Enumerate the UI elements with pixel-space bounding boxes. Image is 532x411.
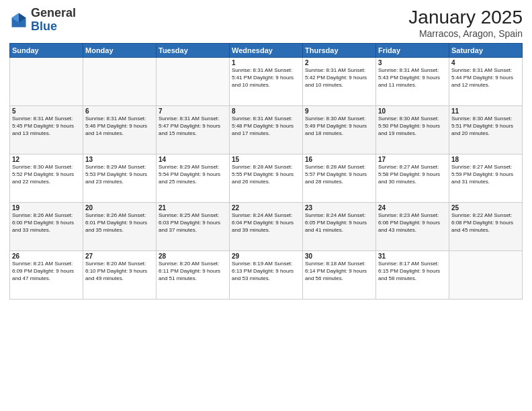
day-number: 16 bbox=[305, 156, 373, 163]
day-content: Sunrise: 8:24 AM Sunset: 6:04 PM Dayligh… bbox=[232, 212, 300, 234]
calendar-cell: 18Sunrise: 8:27 AM Sunset: 5:59 PM Dayli… bbox=[449, 154, 523, 203]
day-number: 8 bbox=[232, 107, 300, 115]
week-row-0: 1Sunrise: 8:31 AM Sunset: 5:41 PM Daylig… bbox=[10, 58, 523, 106]
calendar-cell: 29Sunrise: 8:19 AM Sunset: 6:13 PM Dayli… bbox=[230, 251, 303, 300]
weekday-header-tuesday: Tuesday bbox=[157, 44, 230, 58]
calendar-cell: 1Sunrise: 8:31 AM Sunset: 5:41 PM Daylig… bbox=[230, 58, 303, 106]
day-content: Sunrise: 8:21 AM Sunset: 6:09 PM Dayligh… bbox=[12, 261, 81, 282]
day-number: 3 bbox=[378, 59, 447, 66]
day-number: 18 bbox=[451, 156, 520, 163]
calendar-cell: 24Sunrise: 8:23 AM Sunset: 6:06 PM Dayli… bbox=[376, 203, 449, 251]
day-number: 31 bbox=[378, 253, 447, 260]
calendar-cell bbox=[157, 58, 230, 106]
day-content: Sunrise: 8:20 AM Sunset: 6:10 PM Dayligh… bbox=[85, 261, 154, 282]
day-number: 22 bbox=[232, 204, 300, 212]
day-content: Sunrise: 8:31 AM Sunset: 5:46 PM Dayligh… bbox=[85, 116, 154, 137]
day-content: Sunrise: 8:31 AM Sunset: 5:43 PM Dayligh… bbox=[378, 67, 447, 89]
logo-icon bbox=[9, 11, 28, 30]
day-content: Sunrise: 8:31 AM Sunset: 5:41 PM Dayligh… bbox=[232, 67, 300, 89]
calendar-cell: 22Sunrise: 8:24 AM Sunset: 6:04 PM Dayli… bbox=[230, 203, 303, 251]
calendar-cell: 21Sunrise: 8:25 AM Sunset: 6:03 PM Dayli… bbox=[157, 203, 230, 251]
day-number: 21 bbox=[159, 204, 227, 212]
weekday-header-friday: Friday bbox=[376, 44, 449, 58]
day-number: 6 bbox=[85, 107, 154, 115]
calendar-cell: 5Sunrise: 8:31 AM Sunset: 5:45 PM Daylig… bbox=[10, 106, 83, 154]
calendar-cell: 13Sunrise: 8:29 AM Sunset: 5:53 PM Dayli… bbox=[83, 154, 157, 203]
day-number: 24 bbox=[378, 204, 447, 212]
day-number: 23 bbox=[305, 204, 373, 212]
calendar-cell: 27Sunrise: 8:20 AM Sunset: 6:10 PM Dayli… bbox=[83, 251, 157, 300]
week-row-4: 26Sunrise: 8:21 AM Sunset: 6:09 PM Dayli… bbox=[10, 251, 523, 300]
calendar-cell: 25Sunrise: 8:22 AM Sunset: 6:08 PM Dayli… bbox=[449, 203, 523, 251]
week-row-1: 5Sunrise: 8:31 AM Sunset: 5:45 PM Daylig… bbox=[10, 106, 523, 154]
weekday-header-saturday: Saturday bbox=[449, 44, 523, 58]
week-row-3: 19Sunrise: 8:26 AM Sunset: 6:00 PM Dayli… bbox=[10, 203, 523, 251]
day-number: 10 bbox=[378, 107, 447, 115]
calendar-cell bbox=[10, 58, 83, 106]
title-block: January 2025 Marracos, Aragon, Spain bbox=[408, 7, 523, 39]
calendar-cell: 28Sunrise: 8:20 AM Sunset: 6:11 PM Dayli… bbox=[157, 251, 230, 300]
day-number: 7 bbox=[159, 107, 227, 115]
day-number: 1 bbox=[232, 59, 300, 66]
day-content: Sunrise: 8:31 AM Sunset: 5:42 PM Dayligh… bbox=[305, 67, 373, 89]
day-content: Sunrise: 8:31 AM Sunset: 5:44 PM Dayligh… bbox=[451, 67, 520, 89]
calendar-cell: 4Sunrise: 8:31 AM Sunset: 5:44 PM Daylig… bbox=[449, 58, 523, 106]
calendar-cell: 16Sunrise: 8:28 AM Sunset: 5:57 PM Dayli… bbox=[303, 154, 376, 203]
calendar-cell: 15Sunrise: 8:28 AM Sunset: 5:55 PM Dayli… bbox=[230, 154, 303, 203]
day-number: 29 bbox=[232, 253, 300, 260]
calendar-cell bbox=[83, 58, 157, 106]
calendar-cell: 3Sunrise: 8:31 AM Sunset: 5:43 PM Daylig… bbox=[376, 58, 449, 106]
day-number: 30 bbox=[305, 253, 373, 260]
day-content: Sunrise: 8:30 AM Sunset: 5:52 PM Dayligh… bbox=[12, 164, 81, 185]
day-number: 26 bbox=[12, 253, 81, 260]
calendar-cell: 23Sunrise: 8:24 AM Sunset: 6:05 PM Dayli… bbox=[303, 203, 376, 251]
day-content: Sunrise: 8:31 AM Sunset: 5:47 PM Dayligh… bbox=[159, 116, 227, 137]
day-content: Sunrise: 8:30 AM Sunset: 5:50 PM Dayligh… bbox=[378, 116, 447, 137]
weekday-header-sunday: Sunday bbox=[10, 44, 83, 58]
day-number: 5 bbox=[12, 107, 81, 115]
location: Marracos, Aragon, Spain bbox=[408, 28, 523, 39]
calendar-cell: 19Sunrise: 8:26 AM Sunset: 6:00 PM Dayli… bbox=[10, 203, 83, 251]
day-content: Sunrise: 8:25 AM Sunset: 6:03 PM Dayligh… bbox=[159, 212, 227, 234]
day-number: 14 bbox=[159, 156, 227, 163]
logo-general-text: General bbox=[31, 6, 76, 19]
calendar-cell: 17Sunrise: 8:27 AM Sunset: 5:58 PM Dayli… bbox=[376, 154, 449, 203]
day-number: 11 bbox=[451, 107, 520, 115]
day-number: 15 bbox=[232, 156, 300, 163]
calendar-cell: 20Sunrise: 8:26 AM Sunset: 6:01 PM Dayli… bbox=[83, 203, 157, 251]
weekday-header-wednesday: Wednesday bbox=[230, 44, 303, 58]
day-number: 4 bbox=[451, 59, 520, 66]
day-content: Sunrise: 8:28 AM Sunset: 5:55 PM Dayligh… bbox=[232, 164, 300, 185]
day-content: Sunrise: 8:18 AM Sunset: 6:14 PM Dayligh… bbox=[305, 261, 373, 282]
month-year: January 2025 bbox=[408, 7, 523, 28]
day-number: 2 bbox=[305, 59, 373, 66]
day-number: 17 bbox=[378, 156, 447, 163]
day-content: Sunrise: 8:27 AM Sunset: 5:59 PM Dayligh… bbox=[451, 164, 520, 185]
day-number: 27 bbox=[85, 253, 154, 260]
day-content: Sunrise: 8:31 AM Sunset: 5:48 PM Dayligh… bbox=[232, 116, 300, 137]
weekday-header-monday: Monday bbox=[83, 44, 157, 58]
calendar-table: SundayMondayTuesdayWednesdayThursdayFrid… bbox=[9, 43, 523, 300]
calendar-cell: 30Sunrise: 8:18 AM Sunset: 6:14 PM Dayli… bbox=[303, 251, 376, 300]
day-content: Sunrise: 8:23 AM Sunset: 6:06 PM Dayligh… bbox=[378, 212, 447, 234]
day-content: Sunrise: 8:30 AM Sunset: 5:49 PM Dayligh… bbox=[305, 116, 373, 137]
day-number: 20 bbox=[85, 204, 154, 212]
calendar-cell: 7Sunrise: 8:31 AM Sunset: 5:47 PM Daylig… bbox=[157, 106, 230, 154]
day-content: Sunrise: 8:27 AM Sunset: 5:58 PM Dayligh… bbox=[378, 164, 447, 185]
day-content: Sunrise: 8:30 AM Sunset: 5:51 PM Dayligh… bbox=[451, 116, 520, 137]
calendar-cell: 12Sunrise: 8:30 AM Sunset: 5:52 PM Dayli… bbox=[10, 154, 83, 203]
logo-blue-text: Blue bbox=[31, 19, 57, 33]
calendar-cell: 8Sunrise: 8:31 AM Sunset: 5:48 PM Daylig… bbox=[230, 106, 303, 154]
calendar-cell: 11Sunrise: 8:30 AM Sunset: 5:51 PM Dayli… bbox=[449, 106, 523, 154]
day-content: Sunrise: 8:26 AM Sunset: 6:00 PM Dayligh… bbox=[12, 212, 81, 234]
calendar-cell: 2Sunrise: 8:31 AM Sunset: 5:42 PM Daylig… bbox=[303, 58, 376, 106]
day-number: 28 bbox=[159, 253, 227, 260]
day-content: Sunrise: 8:24 AM Sunset: 6:05 PM Dayligh… bbox=[305, 212, 373, 234]
day-content: Sunrise: 8:20 AM Sunset: 6:11 PM Dayligh… bbox=[159, 261, 227, 282]
weekday-header-row: SundayMondayTuesdayWednesdayThursdayFrid… bbox=[10, 44, 523, 58]
day-content: Sunrise: 8:22 AM Sunset: 6:08 PM Dayligh… bbox=[451, 212, 520, 234]
calendar-cell: 26Sunrise: 8:21 AM Sunset: 6:09 PM Dayli… bbox=[10, 251, 83, 300]
day-number: 9 bbox=[305, 107, 373, 115]
header: General Blue January 2025 Marracos, Arag… bbox=[9, 7, 523, 39]
day-content: Sunrise: 8:17 AM Sunset: 6:15 PM Dayligh… bbox=[378, 261, 447, 282]
